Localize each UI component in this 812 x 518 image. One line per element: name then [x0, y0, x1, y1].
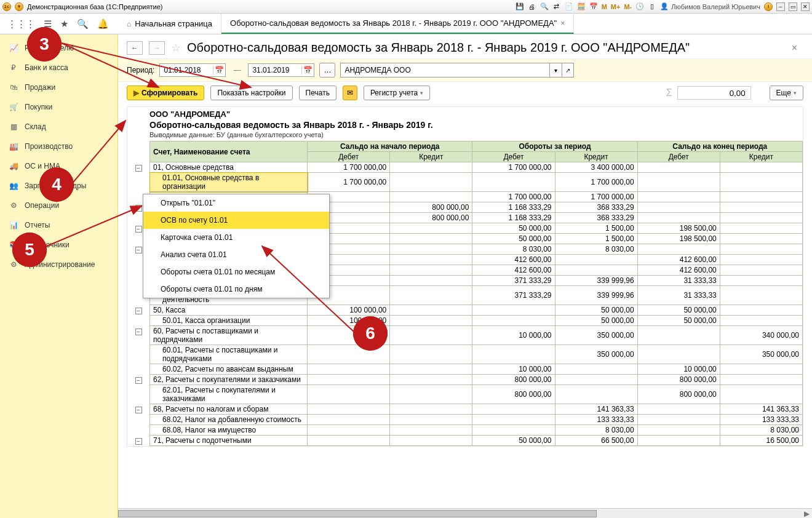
cell-credit-start [390, 375, 472, 385]
m-button[interactable]: M [602, 3, 607, 10]
context-menu-item[interactable]: Карточка счета 01.01 [143, 229, 329, 246]
save-icon[interactable]: 💾 [515, 2, 524, 11]
table-row[interactable]: 01.01, Основные средства в организации1 … [127, 173, 803, 192]
cell-credit-start [390, 364, 472, 375]
generate-button[interactable]: ▶ Сформировать [127, 86, 204, 100]
nav-back-button[interactable]: ← [127, 41, 143, 55]
show-settings-button[interactable]: Показать настройки [210, 86, 292, 100]
info-icon[interactable]: i [764, 2, 773, 11]
sidebar-item[interactable]: 🏭Производство [0, 137, 117, 156]
cell-debit-turn [472, 425, 555, 436]
table-row[interactable]: 60.01, Расчеты с поставщиками и подрядчи… [127, 345, 803, 364]
organization-select[interactable]: ▾ ↗ [340, 63, 574, 78]
account-name-cell: 68.02, Налог на добавленную стоимость [150, 415, 308, 425]
table-row[interactable]: 50.01, Касса организации100 000,0050 000… [127, 316, 803, 326]
cell-credit-start [390, 255, 472, 265]
context-menu-item[interactable]: Обороты счета 01.01 по месяцам [143, 263, 329, 281]
expand-icon[interactable]: − [135, 165, 142, 172]
tab-home[interactable]: ⌂ Начальная страница [118, 14, 221, 34]
cell-credit-end [720, 173, 802, 192]
table-row[interactable]: 62.01, Расчеты с покупателями и заказчик… [127, 385, 803, 404]
sidebar-item-label: Продажи [25, 83, 55, 92]
period-ellipsis-button[interactable]: … [319, 63, 335, 78]
restore-button[interactable]: ▭ [789, 2, 797, 11]
date-to-field[interactable] [249, 66, 301, 74]
more-button[interactable]: Еще ▾ [770, 86, 803, 100]
calendar-to-icon[interactable]: 📅 [301, 66, 314, 74]
page-close-icon[interactable]: × [792, 42, 797, 54]
context-menu-item[interactable]: Обороты счета 01.01 по дням [143, 281, 329, 298]
table-row[interactable]: 68.08, Налог на имущество8 030,008 030,0… [127, 425, 803, 436]
search-tool-icon[interactable]: 🔍 [77, 18, 89, 30]
date-to-input[interactable]: 📅 [248, 63, 314, 77]
star-tool-icon[interactable]: ★ [60, 18, 68, 30]
context-menu-item[interactable]: Анализ счета 01.01 [143, 246, 329, 263]
calendar-icon[interactable]: 📅 [589, 2, 598, 11]
cell-debit-start [308, 364, 390, 375]
organization-field[interactable] [340, 63, 549, 78]
scrollbar-thumb[interactable] [118, 510, 597, 517]
minimize-button[interactable]: – [776, 2, 785, 11]
m-minus-button[interactable]: M- [624, 3, 632, 10]
user-chip[interactable]: 👤 Любимов Валерий Юрьевич [660, 2, 760, 10]
compare-icon[interactable]: ⇄ [552, 2, 561, 11]
sidebar-item[interactable]: 📊Отчеты [0, 215, 117, 235]
table-row[interactable]: −68, Расчеты по налогам и сборам141 363,… [127, 404, 803, 415]
bell-icon[interactable]: 🔔 [97, 18, 109, 30]
table-row[interactable]: 60.02, Расчеты по авансам выданным10 000… [127, 364, 803, 375]
clock-icon[interactable]: 🕓 [635, 2, 644, 11]
expand-icon[interactable]: − [135, 407, 142, 413]
scroll-right-icon[interactable]: ▶ [802, 509, 812, 518]
sidebar-icon: 🏭 [9, 142, 18, 151]
cell-credit-end [720, 305, 802, 316]
register-button[interactable]: Регистр учета ▾ [364, 86, 430, 100]
expand-icon[interactable]: − [135, 329, 142, 335]
sidebar-item[interactable]: 🛒Покупки [0, 97, 117, 117]
expand-icon[interactable]: − [135, 308, 142, 314]
print-button[interactable]: Печать [299, 86, 336, 100]
expand-icon[interactable]: − [135, 226, 142, 233]
account-name-cell: 50.01, Касса организации [150, 316, 308, 326]
print-icon[interactable]: 🖨 [528, 2, 536, 11]
calendar-from-icon[interactable]: 📅 [213, 66, 225, 74]
report-area[interactable]: ООО "АНДРОМЕДА" Оборотно-сальдовая ведом… [118, 104, 812, 508]
cell-credit-turn: 8 030,00 [555, 244, 637, 255]
table-row[interactable]: −71, Расчеты с подотчетными50 000,0066 5… [127, 436, 803, 446]
preview-icon[interactable]: 🔍 [540, 2, 549, 11]
date-from-field[interactable] [160, 66, 213, 74]
table-row[interactable]: −60, Расчеты с поставщиками и подрядчика… [127, 326, 803, 345]
apps-icon[interactable]: ⋮⋮⋮ [7, 18, 35, 30]
mail-button[interactable]: ✉ [343, 86, 357, 100]
expand-icon[interactable]: − [135, 205, 142, 212]
expand-icon[interactable]: − [135, 247, 142, 253]
cell-debit-turn: 50 000,00 [472, 223, 555, 234]
m-plus-button[interactable]: M+ [611, 3, 621, 10]
sidebar-item[interactable]: 🛍Продажи [0, 78, 117, 97]
context-menu-item[interactable]: ОСВ по счету 01.01 [143, 212, 329, 229]
expand-icon[interactable]: − [135, 438, 142, 445]
org-dropdown-icon[interactable]: ▾ [549, 63, 562, 78]
tab-report[interactable]: Оборотно-сальдовая ведомость за Январь 2… [221, 14, 574, 34]
calc-icon[interactable]: 🧮 [577, 2, 586, 11]
account-name-cell: 68.08, Налог на имущество [150, 425, 308, 436]
tab-close-icon[interactable]: × [560, 19, 565, 28]
nav-forward-button[interactable]: → [149, 41, 165, 55]
context-menu-item[interactable]: Открыть "01.01" [143, 194, 329, 212]
dropdown-circle-icon[interactable]: ▾ [15, 2, 23, 11]
book-icon[interactable]: 📄 [565, 2, 573, 11]
panel-icon[interactable]: ▯ [648, 2, 656, 11]
sidebar-item[interactable]: ₽Банк и касса [0, 58, 117, 78]
close-button[interactable]: ✕ [801, 2, 810, 11]
sidebar-item[interactable]: ▦Склад [0, 117, 117, 137]
table-row[interactable]: −01, Основные средства1 700 000,001 700 … [127, 162, 803, 173]
context-menu[interactable]: Открыть "01.01"ОСВ по счету 01.01Карточк… [143, 194, 330, 298]
favorite-icon[interactable]: ☆ [171, 41, 181, 55]
date-from-input[interactable]: 📅 [159, 63, 226, 77]
table-row[interactable]: 68.02, Налог на добавленную стоимость133… [127, 415, 803, 425]
org-open-icon[interactable]: ↗ [562, 63, 574, 78]
expand-icon[interactable]: − [135, 377, 142, 384]
table-row[interactable]: −50, Касса100 000,0050 000,0050 000,00 [127, 305, 803, 316]
horizontal-scrollbar[interactable]: ▶ [118, 508, 812, 518]
table-row[interactable]: −62, Расчеты с покупателями и заказчикам… [127, 375, 803, 385]
sum-field[interactable] [677, 86, 751, 100]
